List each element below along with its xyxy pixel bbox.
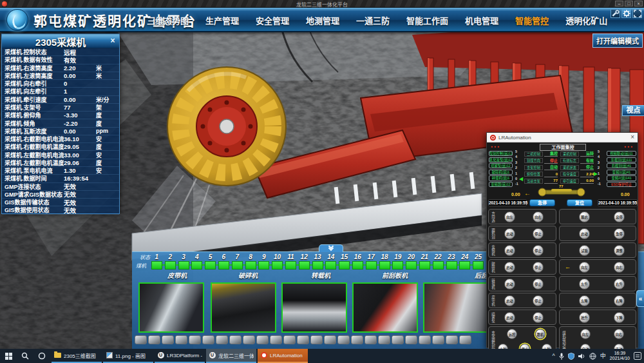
panel-header[interactable]: 2305采煤机 × <box>2 34 119 48</box>
network-globe-icon[interactable] <box>589 353 596 360</box>
remote-button[interactable]: 变频1(远)41 <box>607 170 636 175</box>
round-control-button[interactable]: 向右 <box>533 211 544 222</box>
filmstrip-cell[interactable] <box>324 335 336 344</box>
nav-item[interactable]: 机电管理 <box>465 14 498 26</box>
round-control-button[interactable]: 启动 <box>579 228 590 239</box>
status-block[interactable] <box>458 260 471 269</box>
filmstrip-cell[interactable] <box>270 335 282 344</box>
round-control-button[interactable]: 启动 <box>504 245 515 256</box>
remote-button[interactable]: 变频器(远)12 <box>489 182 513 187</box>
fullscreen-icon[interactable] <box>632 9 642 18</box>
round-control-button[interactable]: 抬升 <box>579 312 590 323</box>
status-block[interactable] <box>391 260 404 269</box>
start-button[interactable] <box>0 349 17 363</box>
round-control-button[interactable]: 向左 <box>579 262 590 273</box>
round-control-button[interactable]: 停止 <box>533 312 544 323</box>
remote-button[interactable]: 喷雾泵(远)12 <box>489 163 513 168</box>
round-control-button[interactable]: 远控 <box>507 329 517 339</box>
round-control-button[interactable]: 停止 <box>533 279 544 289</box>
filmstrip-cell[interactable] <box>378 335 390 344</box>
task-platform-active[interactable]: U 龙软二三维一体化... <box>206 349 256 363</box>
settings-gear-icon[interactable] <box>621 9 631 18</box>
round-control-button[interactable]: 停止 <box>533 262 544 273</box>
filmstrip-cell[interactable] <box>256 335 269 344</box>
filmstrip-cell[interactable] <box>229 335 242 344</box>
round-control-button[interactable]: 跟机 <box>535 329 545 339</box>
remote-button[interactable]: 泵站控制(远)12 <box>489 151 513 156</box>
filmstrip-cell[interactable] <box>148 335 160 344</box>
remote-button[interactable]: 左截割(远)111 <box>607 157 636 162</box>
round-control-button[interactable]: 停止 <box>533 295 544 306</box>
notification-center-icon[interactable] <box>634 352 641 360</box>
round-control-button[interactable]: 下降 <box>614 312 625 323</box>
nav-item[interactable]: 地测管理 <box>306 14 339 26</box>
round-control-button[interactable]: 向右 <box>614 262 625 273</box>
filmstrip-cell[interactable] <box>175 335 187 344</box>
status-block[interactable] <box>365 260 378 269</box>
filmstrip-cell[interactable] <box>202 335 214 344</box>
camera-thumbnail[interactable] <box>211 282 276 333</box>
status-block[interactable] <box>311 260 325 269</box>
status-block[interactable] <box>378 260 392 269</box>
search-button[interactable] <box>17 349 33 363</box>
status-block[interactable] <box>324 260 337 269</box>
filmstrip-cell[interactable] <box>243 335 255 344</box>
status-block[interactable] <box>270 260 284 269</box>
status-block[interactable] <box>471 260 485 269</box>
task-lr3dplatform[interactable]: U LR3DPlatform - U... <box>155 349 205 363</box>
filmstrip-cell[interactable] <box>283 335 296 344</box>
remote-button[interactable]: 转载机(远)1 <box>489 175 513 181</box>
filmstrip-cell[interactable] <box>216 335 228 344</box>
remote-button[interactable]: 视频联动(远)11 <box>607 151 636 156</box>
lr-close-icon[interactable]: × <box>630 134 634 141</box>
status-block[interactable] <box>284 260 298 269</box>
filmstrip-cell[interactable] <box>310 335 323 344</box>
nav-item[interactable]: 安全管理 <box>256 14 289 26</box>
status-block[interactable] <box>164 260 177 269</box>
round-control-button[interactable]: 向右 <box>614 329 624 339</box>
status-block[interactable] <box>190 260 204 269</box>
tools-wrench-icon[interactable] <box>611 9 620 18</box>
round-control-button[interactable]: 启动 <box>504 295 515 306</box>
round-control-button[interactable]: 停止 <box>533 245 544 256</box>
panel-close-icon[interactable]: × <box>108 36 117 45</box>
nav-item[interactable]: 智能管控 <box>515 14 549 26</box>
speaker-icon[interactable] <box>578 353 585 360</box>
filmstrip-cell[interactable] <box>446 335 458 344</box>
status-block[interactable] <box>418 260 431 269</box>
usb-icon[interactable] <box>559 353 564 360</box>
status-block[interactable] <box>177 260 191 269</box>
open-edit-mode-button[interactable]: 打开编辑模式 <box>592 34 643 48</box>
round-control-button[interactable]: 试验 <box>579 245 590 256</box>
status-block[interactable] <box>351 260 365 269</box>
round-control-button[interactable]: 停止 <box>533 228 544 239</box>
filmstrip-cell[interactable] <box>405 335 417 344</box>
round-control-button[interactable]: 启动 <box>504 262 515 273</box>
nav-item[interactable]: 一通三防 <box>356 14 390 26</box>
collapse-side-panel-button[interactable]: « <box>636 290 644 307</box>
viewpoint-tab[interactable]: 视点 <box>622 105 644 116</box>
status-block[interactable] <box>217 260 231 269</box>
round-control-button[interactable]: 顺启 <box>579 211 590 222</box>
collapse-strip-button[interactable] <box>319 244 343 252</box>
status-block[interactable] <box>445 260 459 269</box>
status-block[interactable] <box>257 260 270 269</box>
round-control-button[interactable]: 左升 <box>579 279 590 289</box>
maximize-button[interactable]: □ <box>625 1 633 6</box>
status-block[interactable] <box>150 260 164 269</box>
nav-item[interactable]: 透明化矿山 <box>565 14 607 26</box>
camera-thumbnail[interactable] <box>423 282 488 333</box>
filmstrip-cell[interactable] <box>297 335 309 344</box>
nav-item[interactable]: 三维态势图 <box>147 14 189 26</box>
status-block[interactable] <box>204 260 217 269</box>
task-screenshot-folder[interactable]: 2305三维截图 <box>52 349 102 363</box>
filmstrip-cell[interactable] <box>392 335 404 344</box>
filmstrip-cell[interactable] <box>419 335 431 344</box>
round-control-button[interactable]: 调整 <box>614 245 625 256</box>
ime-indicator[interactable]: 中 <box>600 353 606 359</box>
status-block[interactable] <box>431 260 445 269</box>
remote-button[interactable]: 变频2(远)141 <box>607 175 636 181</box>
task-lrautomation[interactable]: LRAutomation <box>258 349 308 363</box>
remote-button[interactable]: ESD保护停止 <box>607 182 636 187</box>
round-control-button[interactable]: 右降 <box>614 295 625 306</box>
